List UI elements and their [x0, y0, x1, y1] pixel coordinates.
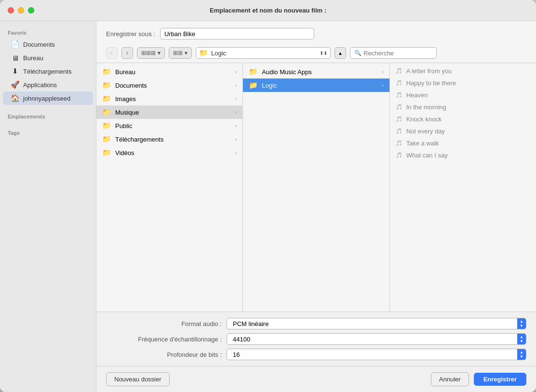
depth-stepper-icon: ▲▼	[517, 349, 526, 360]
depth-value: 16	[231, 351, 517, 358]
location-selector[interactable]: 📁 Logic ⬆⬇	[196, 47, 331, 59]
format-select[interactable]: PCM linéaire ▲▼	[227, 318, 526, 329]
file-icon: 🎵	[396, 128, 402, 134]
favorites-section-label: Favoris	[0, 27, 96, 38]
freq-select[interactable]: 44100 ▲▼	[227, 333, 526, 345]
file-icon: 🎵	[396, 80, 402, 86]
chevron-right-icon: ›	[235, 110, 237, 115]
document-icon: 📄	[11, 40, 19, 49]
chevron-right-icon: ›	[235, 150, 237, 156]
format-stepper-icon: ▲▼	[517, 318, 526, 329]
column-view-chevron-icon: ▾	[158, 50, 161, 56]
list-item[interactable]: 📁 Documents ›	[96, 78, 242, 92]
freq-label: Fréquence d'échantillonnage :	[106, 336, 227, 343]
sidebar-documents-label: Documents	[23, 41, 55, 48]
download-icon: ⬇	[11, 67, 19, 76]
sidebar-telechargements-label: Téléchargements	[23, 68, 71, 75]
expand-button[interactable]: ▲	[335, 47, 346, 59]
depth-select[interactable]: 16 ▲▼	[227, 349, 526, 360]
maximize-button[interactable]	[28, 7, 34, 13]
sidebar-item-home[interactable]: 🏠 johnnyappleseed	[3, 91, 93, 105]
save-name-row: Enregistrer sous :	[96, 21, 536, 44]
list-item: 🎵 Heaven	[390, 89, 536, 101]
file-icon: 🎵	[396, 140, 402, 146]
list-item[interactable]: 📁 Musique ›	[96, 105, 242, 119]
chevron-right-icon: ›	[382, 69, 383, 75]
sidebar-item-applications[interactable]: 🚀 Applications	[3, 78, 93, 91]
traffic-lights	[8, 7, 34, 13]
file-browser: 📁 Bureau › 📁 Documents › 📁 Images ›	[96, 63, 536, 312]
save-input[interactable]	[160, 28, 314, 39]
column-view-icon: ⊞⊞⊞	[141, 50, 156, 56]
search-box: 🔍	[350, 47, 437, 59]
bottom-settings: Format audio : PCM linéaire ▲▼ Fréquence…	[96, 312, 536, 366]
sidebar-bureau-label: Bureau	[23, 54, 43, 62]
file-icon: 🎵	[396, 116, 402, 122]
location-selector-arrows-icon: ⬆⬇	[320, 51, 327, 56]
sidebar-item-telechargements[interactable]: ⬇ Téléchargements	[3, 65, 93, 78]
forward-button[interactable]: ›	[121, 47, 133, 59]
grid-view-chevron-icon: ▾	[185, 50, 188, 56]
format-setting-row: Format audio : PCM linéaire ▲▼	[106, 318, 526, 329]
toolbar-row: ‹ › ⊞⊞⊞ ▾ ⊞⊞ ▾ 📁 Logic ⬆⬇	[96, 44, 536, 63]
sidebar-home-label: johnnyappleseed	[23, 95, 70, 102]
sidebar-applications-label: Applications	[23, 81, 57, 89]
list-item[interactable]: 📁 Images ›	[96, 92, 242, 105]
search-input[interactable]	[363, 50, 444, 57]
forward-arrow-icon: ›	[126, 50, 128, 56]
folder-icon: 📁	[249, 81, 258, 90]
location-text: Logic	[211, 50, 317, 57]
folder-icon: 📁	[249, 67, 258, 76]
grid-view-icon: ⊞⊞	[173, 50, 183, 56]
folder-icon: 📁	[102, 148, 111, 157]
file-column-2: 📁 Audio Music Apps › 📁 Logic ›	[243, 63, 389, 312]
search-icon: 🔍	[354, 50, 362, 56]
format-label: Format audio :	[106, 320, 227, 327]
file-icon: 🎵	[396, 104, 402, 110]
format-value: PCM linéaire	[231, 320, 517, 327]
file-column-3: 🎵 A letter from you 🎵 Happy to be there …	[390, 63, 536, 312]
location-folder-icon: 📁	[199, 49, 208, 57]
chevron-right-icon: ›	[235, 96, 237, 102]
list-item: 🎵 Take a walk	[390, 137, 536, 149]
close-button[interactable]	[8, 7, 14, 13]
minimize-button[interactable]	[18, 7, 24, 13]
back-button[interactable]: ‹	[106, 47, 118, 59]
list-item[interactable]: 📁 Vidéos ›	[96, 146, 242, 159]
list-item[interactable]: 📁 Téléchargements ›	[96, 132, 242, 146]
cancel-button[interactable]: Annuler	[431, 372, 469, 386]
column-view-button[interactable]: ⊞⊞⊞ ▾	[137, 47, 165, 59]
list-item[interactable]: 📁 Logic ›	[243, 78, 389, 92]
list-item[interactable]: 📁 Public ›	[96, 119, 242, 132]
list-item: 🎵 What can I say	[390, 149, 536, 161]
file-icon: 🎵	[396, 92, 402, 98]
grid-view-button[interactable]: ⊞⊞ ▾	[169, 47, 192, 59]
new-folder-button[interactable]: Nouveau dossier	[106, 372, 170, 386]
back-arrow-icon: ‹	[111, 50, 113, 56]
chevron-right-icon: ›	[235, 83, 237, 88]
list-item[interactable]: 📁 Audio Music Apps ›	[243, 65, 389, 78]
file-column-1: 📁 Bureau › 📁 Documents › 📁 Images ›	[96, 63, 243, 312]
file-icon: 🎵	[396, 68, 402, 74]
list-item: 🎵 Happy to be there	[390, 77, 536, 89]
bottom-buttons: Nouveau dossier Annuler Enregistrer	[96, 366, 536, 392]
freq-value: 44100	[231, 336, 517, 343]
sidebar-item-documents[interactable]: 📄 Documents	[3, 38, 93, 51]
sidebar-item-bureau[interactable]: 🖥 Bureau	[3, 51, 93, 65]
folder-icon: 📁	[102, 94, 111, 103]
freq-stepper-icon: ▲▼	[517, 334, 526, 344]
tags-section-label: Tags	[0, 127, 96, 138]
dialog-title: Emplacement et nom du nouveau film :	[210, 7, 326, 14]
folder-icon: 📁	[102, 135, 111, 144]
save-button[interactable]: Enregistrer	[474, 373, 526, 386]
list-item: 🎵 In the morning	[390, 101, 536, 113]
folder-icon: 📁	[102, 108, 111, 117]
chevron-right-icon: ›	[235, 123, 237, 129]
folder-icon: 📁	[102, 81, 111, 90]
window: Emplacement et nom du nouveau film : Fav…	[0, 0, 536, 392]
chevron-right-icon: ›	[382, 83, 383, 88]
list-item: 🎵 Knock knock	[390, 113, 536, 125]
desktop-icon: 🖥	[11, 53, 19, 62]
list-item[interactable]: 📁 Bureau ›	[96, 65, 242, 78]
depth-setting-row: Profondeur de bits : 16 ▲▼	[106, 349, 526, 360]
